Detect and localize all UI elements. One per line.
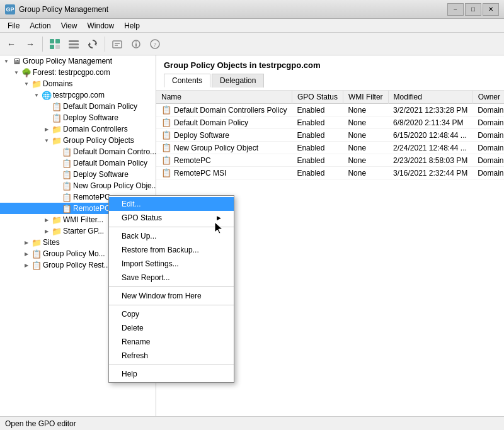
folder-icon: 📁 [52,226,62,236]
ctx-new-window[interactable]: New Window from Here [109,289,234,303]
col-name[interactable]: Name [156,91,292,104]
tree-label: New Group Policy Obje... [72,181,156,190]
cell-wmi: None [343,129,388,142]
back-button[interactable]: ← [3,35,20,53]
app-icon: GP [5,4,15,14]
table-row[interactable]: 📋Deploy Software Enabled None 6/15/2020 … [156,129,504,142]
menu-bar: File Action View Window Help [0,19,504,33]
cell-modified: 3/16/2021 2:32:44 PM [388,167,472,179]
show-scope-button[interactable] [46,35,64,53]
ctx-help[interactable]: Help [109,367,234,381]
cell-wmi: None [343,167,388,179]
expand-icon [52,147,62,157]
tree-label: Default Domain Policy [72,159,147,167]
ctx-delete[interactable]: Delete [109,321,234,335]
svg-rect-3 [55,45,60,49]
properties-button[interactable] [127,35,145,53]
tree-item-domains[interactable]: ▼ 📁 Domains [0,78,156,89]
tree-item-dc[interactable]: ▶ 📁 Domain Controllers [0,123,156,135]
tree-item-ddp2[interactable]: 📋 Default Domain Policy [0,157,156,169]
svg-rect-9 [113,41,122,48]
ctx-restore[interactable]: Restore from Backup... [109,243,234,257]
tab-delegation[interactable]: Delegation [212,74,264,88]
export-button[interactable] [108,35,126,53]
tabs: Contents Delegation [164,74,504,88]
tree-item-domain[interactable]: ▼ 🌐 testrpcgpo.com [0,89,156,101]
expand-icon: ▶ [42,215,52,225]
expand-icon: ▶ [21,237,32,247]
expand-icon [52,192,62,202]
ctx-separator-3 [109,305,234,305]
ctx-save-report[interactable]: Save Report... [109,271,234,285]
gpo-icon: 📋 [62,181,72,191]
minimize-button[interactable]: − [447,3,464,16]
show-settings-button[interactable] [65,35,83,53]
tree-item-gpo[interactable]: ▼ 📁 Group Policy Objects [0,135,156,146]
table-row[interactable]: 📋Default Domain Controllers Policy Enabl… [156,104,504,116]
tree-item-forest[interactable]: ▼ 🌳 Forest: testrpcgpo.com [0,67,156,78]
close-button[interactable]: ✕ [483,3,499,16]
help-button[interactable]: ? [146,35,164,53]
expand-icon: ▶ [21,260,32,270]
svg-rect-1 [55,39,60,43]
cell-owner: Domain... [472,129,504,142]
menu-view[interactable]: View [56,20,83,31]
ctx-refresh[interactable]: Refresh [109,349,234,363]
col-modified[interactable]: Modified [388,91,472,104]
col-status[interactable]: GPO Status [292,91,343,104]
context-menu: Edit... GPO Status ▶ Back Up... Restore … [108,195,234,383]
ctx-backup[interactable]: Back Up... [109,229,234,243]
gpo-icon: 📋 [32,260,42,270]
status-bar: Open the GPO editor [0,416,504,430]
refresh-button[interactable] [84,35,101,53]
toolbar-separator-1 [42,37,43,52]
forward-button[interactable]: → [21,35,39,53]
ctx-edit[interactable]: Edit... [109,197,234,211]
cell-status: Enabled [292,104,343,116]
expand-icon: ▼ [11,67,21,77]
tree-label: Domain Controllers [62,125,128,133]
panel-title: Group Policy Objects in testrpcgpo.com [164,60,504,70]
tree-node-icon: 🌳 [21,67,32,77]
menu-action[interactable]: Action [25,20,55,31]
tree-label: testrpcgpo.com [52,91,105,99]
tree-label: Group Policy Mo... [42,249,105,258]
menu-file[interactable]: File [3,20,25,31]
col-owner[interactable]: Owner [472,91,504,104]
tree-label: Deploy Software [72,170,129,179]
tree-item-root[interactable]: ▼ 🖥 Group Policy Management [0,55,156,67]
table-row[interactable]: 📋New Group Policy Object Enabled None 2/… [156,142,504,154]
ctx-import[interactable]: Import Settings... [109,257,234,271]
ctx-copy[interactable]: Copy [109,307,234,321]
tree-item-deploysw[interactable]: 📋 Deploy Software [0,112,156,123]
tree-item-deploysw2[interactable]: 📋 Deploy Software [0,169,156,180]
ctx-rename[interactable]: Rename [109,335,234,349]
cell-owner: Domain... [472,104,504,116]
ctx-gpo-status[interactable]: GPO Status ▶ [109,211,234,225]
tree-item-ddp[interactable]: 📋 Default Domain Policy [0,101,156,112]
tree-label: Default Domain Contro... [72,147,156,156]
menu-window[interactable]: Window [83,20,120,31]
right-header: Group Policy Objects in testrpcgpo.com C… [156,55,504,91]
table-row[interactable]: 📋RemotePC MSI Enabled None 3/16/2021 2:3… [156,167,504,179]
cell-name: 📋RemotePC [156,154,292,167]
expand-icon [42,113,52,123]
expand-icon [52,169,62,179]
gpo-icon: 📋 [62,203,72,213]
cell-owner: Domain... [472,116,504,129]
col-wmi[interactable]: WMI Filter [343,91,388,104]
tree-item-ngpo[interactable]: 📋 New Group Policy Obje... [0,180,156,191]
expand-icon: ▼ [42,135,52,145]
title-bar: GP Group Policy Management − □ ✕ [0,0,504,19]
menu-help[interactable]: Help [119,20,145,31]
tree-item-ddcp[interactable]: 📋 Default Domain Contro... [0,146,156,157]
svg-rect-6 [69,47,79,48]
folder-icon: 📁 [52,124,62,134]
tree-label: Domains [42,79,72,88]
table-row[interactable]: 📋RemotePC Enabled None 2/23/2021 8:58:03… [156,154,504,167]
tree-label: Default Domain Policy [62,102,137,111]
tab-contents[interactable]: Contents [164,74,210,88]
table-row[interactable]: 📋Default Domain Policy Enabled None 6/8/… [156,116,504,129]
restore-button[interactable]: □ [465,3,481,16]
tree-label: Group Policy Management [21,57,112,65]
